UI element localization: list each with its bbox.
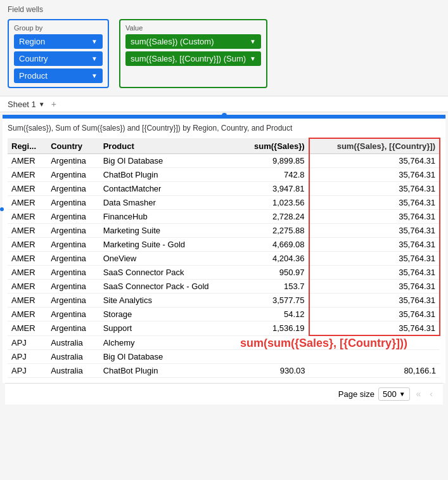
sum-sales-custom-chevron-icon: ▼ xyxy=(250,38,256,45)
sum-sales-country-chevron-icon: ▼ xyxy=(250,55,256,62)
table-row: AMER Argentina SaaS Connector Pack - Gol… xyxy=(8,280,440,294)
cell-product: FinanceHub xyxy=(99,210,238,224)
cell-sum-sales-country: 35,764.31 xyxy=(309,308,440,321)
cell-sum-sales-country: 35,764.31 xyxy=(309,252,440,266)
cell-sum-sales: 153.7 xyxy=(238,280,309,294)
prev-page-button[interactable]: ‹ xyxy=(427,387,435,400)
cell-sum-sales: 3,947.81 xyxy=(238,182,309,196)
cell-regi: AMER xyxy=(8,182,47,196)
cell-sum-sales: 1,023.56 xyxy=(238,196,309,210)
cell-sum-sales-country: 35,764.31 xyxy=(309,224,440,238)
value-label: Value xyxy=(125,24,261,32)
cell-country: Australia xyxy=(47,363,99,377)
table-row: AMER Argentina Marketing Suite 2,275.88 … xyxy=(8,224,440,238)
group-by-label: Group by xyxy=(14,24,103,32)
sheet-tab-chevron-icon: ▼ xyxy=(39,101,45,108)
cell-regi: APJ xyxy=(8,349,47,363)
cell-sum-sales-country: 35,764.31 xyxy=(309,280,440,294)
col-sum-sales: sum({Sales}) xyxy=(238,138,309,154)
cell-sum-sales: 950.97 xyxy=(238,266,309,280)
cell-sum-sales-country: 35,764.31 xyxy=(309,321,440,336)
cell-regi: AMER xyxy=(8,238,47,252)
table-row: AMER Argentina SaaS Connector Pack 950.9… xyxy=(8,266,440,280)
col-country: Country xyxy=(47,138,99,154)
cell-country: Argentina xyxy=(47,224,99,238)
cell-sum-sales-country: 35,764.31 xyxy=(309,154,440,168)
cell-sum-sales: 3,577.75 xyxy=(238,294,309,308)
visual-title: Sum({sales}), Sum of Sum({sales}) and [{… xyxy=(8,124,440,133)
cell-regi: AMER xyxy=(8,294,47,308)
cell-country: Argentina xyxy=(47,252,99,266)
cell-product: Support xyxy=(99,321,238,336)
cell-sum-sales-country: 35,764.31 xyxy=(309,294,440,308)
cell-country: Argentina xyxy=(47,210,99,224)
cell-product: SaaS Connector Pack - Gold xyxy=(99,280,238,294)
table-row: AMER Argentina OneView 4,204.36 35,764.3… xyxy=(8,252,440,266)
cell-country: Argentina xyxy=(47,294,99,308)
cell-country: Argentina xyxy=(47,266,99,280)
cell-product: OneView xyxy=(99,252,238,266)
cell-sum-sales-country xyxy=(309,349,440,363)
cell-product: SaaS Connector Pack xyxy=(99,266,238,280)
cell-regi: AMER xyxy=(8,252,47,266)
cell-country: Argentina xyxy=(47,196,99,210)
cell-sum-sales-country: 35,764.31 xyxy=(309,182,440,196)
country-pill[interactable]: Country ▼ xyxy=(14,51,103,66)
tooltip-label: sum(sum({Sales}, [{Country}])) xyxy=(240,337,407,350)
first-page-button[interactable]: « xyxy=(414,387,424,400)
field-wells-row: Group by Region ▼ Country ▼ Product ▼ Va… xyxy=(8,19,440,88)
cell-product: Alchemy xyxy=(99,335,238,349)
table-row: AMER Argentina Data Smasher 1,023.56 35,… xyxy=(8,196,440,210)
country-chevron-icon: ▼ xyxy=(91,55,98,62)
cell-country: Australia xyxy=(47,335,99,349)
region-pill[interactable]: Region ▼ xyxy=(14,34,103,49)
sheet-tab[interactable]: Sheet 1 ▼ xyxy=(8,100,45,109)
sum-sales-custom-pill[interactable]: sum({Sales}) (Custom) ▼ xyxy=(125,34,261,49)
sum-sales-country-pill[interactable]: sum({Sales}, [{Country}]) (Sum) ▼ xyxy=(125,51,261,66)
value-well: Value sum({Sales}) (Custom) ▼ sum({Sales… xyxy=(119,19,267,88)
col-regi: Regi... xyxy=(8,138,47,154)
table-row: AMER Argentina Storage 54.12 35,764.31 xyxy=(8,308,440,321)
cell-country: Argentina xyxy=(47,308,99,321)
cell-sum-sales: 1,536.19 xyxy=(238,321,309,336)
sheet-bar: Sheet 1 ▼ + xyxy=(0,96,448,112)
table-row: AMER Argentina ChatBot Plugin 742.8 35,7… xyxy=(8,168,440,182)
cell-sum-sales: 2,275.88 xyxy=(238,224,309,238)
cell-regi: AMER xyxy=(8,308,47,321)
page-size-chevron-icon: ▼ xyxy=(399,391,406,398)
table-row: AMER Argentina FinanceHub 2,728.24 35,76… xyxy=(8,210,440,224)
cell-product: Big Ol Database xyxy=(99,349,238,363)
field-wells-panel: Field wells Group by Region ▼ Country ▼ … xyxy=(0,0,448,96)
cell-country: Argentina xyxy=(47,238,99,252)
cell-country: Argentina xyxy=(47,280,99,294)
cell-product: ChatBot Plugin xyxy=(99,168,238,182)
cell-product: Data Smasher xyxy=(99,196,238,210)
cell-product: Big Ol Database xyxy=(99,154,238,168)
cell-regi: AMER xyxy=(8,224,47,238)
visual-panel: Sum({sales}), Sum of Sum({sales}) and [{… xyxy=(3,117,445,383)
cell-regi: AMER xyxy=(8,168,47,182)
cell-regi: AMER xyxy=(8,154,47,168)
table-row: AMER Argentina Support 1,536.19 35,764.3… xyxy=(8,321,440,336)
col-sum-sales-country: sum({Sales}, [{Country}]) xyxy=(309,138,440,154)
field-wells-title: Field wells xyxy=(8,5,440,14)
cell-sum-sales xyxy=(238,349,309,363)
cell-country: Australia xyxy=(47,349,99,363)
add-sheet-button[interactable]: + xyxy=(49,99,59,109)
cell-country: Argentina xyxy=(47,182,99,196)
cell-country: Argentina xyxy=(47,321,99,336)
page-size-label: Page size xyxy=(338,389,374,399)
page-size-selector[interactable]: 500 ▼ xyxy=(378,387,410,401)
col-product: Product xyxy=(99,138,238,154)
cell-product: Marketing Suite xyxy=(99,224,238,238)
cell-sum-sales: 54.12 xyxy=(238,308,309,321)
pagination-bar: Page size 500 ▼ « ‹ xyxy=(5,383,443,405)
cell-regi: AMER xyxy=(8,266,47,280)
table-row: AMER Argentina Big Ol Database 9,899.85 … xyxy=(8,154,440,168)
table-row: AMER Argentina Marketing Suite - Gold 4,… xyxy=(8,238,440,252)
cell-regi: AMER xyxy=(8,210,47,224)
product-pill[interactable]: Product ▼ xyxy=(14,68,103,83)
cell-sum-sales: 4,204.36 xyxy=(238,252,309,266)
cell-sum-sales-country: 35,764.31 xyxy=(309,238,440,252)
cell-country: Argentina xyxy=(47,154,99,168)
